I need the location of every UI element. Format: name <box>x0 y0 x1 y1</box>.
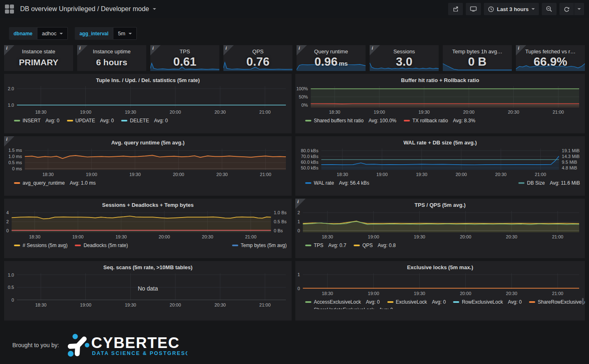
legend-item[interactable]: WAL rateAvg: 56.4 kBs <box>305 180 369 186</box>
legend-item[interactable]: avg_query_runtimeAvg: 1.0 ms <box>14 180 96 186</box>
zoom-out-icon <box>546 6 552 12</box>
variable-dbname-value[interactable]: adhoc <box>37 27 68 40</box>
cycle-view-mode-button[interactable] <box>466 3 481 15</box>
svg-text:2.0: 2.0 <box>8 86 14 91</box>
svg-text:20:30: 20:30 <box>508 110 520 114</box>
legend-series-color <box>121 120 127 121</box>
grafana-dashboards-icon[interactable] <box>5 5 14 14</box>
cybertec-wordmark: CYBERTEC <box>91 334 180 351</box>
legend-series-label: QPS <box>362 243 373 248</box>
zoom-out-time-button[interactable] <box>542 3 557 15</box>
legend-series-color <box>305 120 311 121</box>
cybertec-logo-icon <box>68 334 90 357</box>
legend-item[interactable]: ShareUpdateExclusiveLockAvg: 0 <box>305 307 393 309</box>
legend-series-color <box>305 309 311 309</box>
stat-title[interactable]: Tuples fetched vs r… <box>516 45 585 55</box>
legend-item[interactable]: DELETEAvg: 0 <box>121 118 168 124</box>
panel-title[interactable]: Tuple Ins. / Upd. / Del. statistics (5m … <box>4 74 292 85</box>
legend-item[interactable]: AccessExclusiveLockAvg: 0 <box>305 299 380 305</box>
refresh-interval-dropdown[interactable] <box>574 3 584 15</box>
svg-text:1: 1 <box>297 219 300 224</box>
svg-text:2: 2 <box>297 210 300 215</box>
panel-title[interactable]: Sessions + Deadlocks + Temp bytes <box>4 199 292 210</box>
stat-title[interactable]: Sessions <box>370 45 439 55</box>
legend-series-avg: Avg: 100.0% <box>368 118 396 124</box>
chart-canvas[interactable]: 18:3019:0019:3020:0020:3021:0080.0 kBs70… <box>295 147 585 178</box>
cybertec-tagline: DATA SCIENCE & POSTGRESQL <box>92 350 187 356</box>
panel-title[interactable]: TPS / QPS (5m avg.) <box>295 199 585 210</box>
panel-info-icon[interactable]: i <box>370 45 380 55</box>
stat-title[interactable]: Temp bytes 1h avg… <box>443 45 512 55</box>
legend-series-avg: Avg: 0 <box>154 118 168 124</box>
svg-text:2: 2 <box>6 219 9 224</box>
legend-series-avg: Avg: 0.8 <box>378 243 396 248</box>
chart-canvas[interactable]: 18:3019:0019:3020:0020:3021:002.01.0 <box>4 85 292 115</box>
legend-series-label: TX rollback ratio <box>412 118 448 124</box>
svg-text:60.0 kBs: 60.0 kBs <box>301 160 318 165</box>
panel-info-icon[interactable]: i <box>223 45 234 55</box>
panel-title[interactable]: Seq. scans (5m rate, >10MB tables) <box>4 261 292 272</box>
share-dashboard-button[interactable] <box>448 3 463 15</box>
panel-info-icon[interactable]: i <box>4 45 14 55</box>
legend-item[interactable]: # Sessions (5m avg) <box>14 243 67 248</box>
panel-title[interactable]: Avg. query runtime (5m avg.) <box>4 136 292 147</box>
chart-canvas[interactable]: 18:3019:0019:3020:0020:3021:00100%50%0% <box>295 85 585 115</box>
chart-canvas[interactable]: 18:3019:0019:3020:0020:3021:00210 <box>295 210 585 240</box>
panel-info-icon[interactable]: i <box>4 136 14 147</box>
svg-text:19:30: 19:30 <box>414 291 426 296</box>
chart-canvas[interactable]: 18:3019:0019:3020:0020:3021:0010 <box>295 272 585 297</box>
legend-item[interactable]: INSERTAvg: 0 <box>14 118 60 124</box>
chart-canvas[interactable]: 18:3019:0019:3020:0020:3021:001.5 ms1.0 … <box>4 147 292 178</box>
legend-scrollbar[interactable] <box>582 298 584 305</box>
legend-item[interactable]: UPDATEAvg: 0 <box>67 118 114 124</box>
panel-info-icon[interactable]: i <box>516 45 526 55</box>
stat-title[interactable]: QPS <box>223 45 292 55</box>
legend-item[interactable]: RowExclusiveLockAvg: 0 <box>453 299 522 305</box>
panel-title[interactable]: Exclusive locks (5m max.) <box>295 261 585 272</box>
variable-dbname: dbname adhoc <box>9 27 68 40</box>
panel-info-icon[interactable]: i <box>150 45 161 55</box>
svg-text:50.0 kBs: 50.0 kBs <box>301 165 318 170</box>
svg-text:21:00: 21:00 <box>552 234 564 239</box>
panel-info-icon[interactable]: i <box>295 199 306 209</box>
dashboard-title[interactable]: DB overview Unprivileged / Developer mod… <box>20 5 156 13</box>
svg-text:1.5 ms: 1.5 ms <box>8 148 22 153</box>
svg-text:18:30: 18:30 <box>322 234 333 239</box>
stat-title[interactable]: Query runtime <box>297 45 366 55</box>
stat-panel: iInstance statePRIMARY <box>4 45 73 71</box>
monitor-icon <box>470 6 477 12</box>
legend-item[interactable]: Shared buffers hit ratioAvg: 100.0% <box>305 118 396 124</box>
svg-text:20:30: 20:30 <box>214 302 226 307</box>
chart-canvas[interactable]: No data 18:3019:0019:3020:0020:3021:001.… <box>4 272 292 308</box>
svg-text:1.0 ms: 1.0 ms <box>8 154 22 159</box>
legend-item[interactable]: Temp bytes (5m avg) <box>232 243 287 248</box>
svg-text:14.3 MiB: 14.3 MiB <box>562 154 580 159</box>
panel-info-icon[interactable]: i <box>77 45 87 55</box>
panel-sessions-deadlocks-temp: Sessions + Deadlocks + Temp bytes 18:301… <box>4 199 292 258</box>
stat-title[interactable]: TPS <box>150 45 219 55</box>
time-range-picker[interactable]: Last 3 hours <box>484 3 539 15</box>
legend-item[interactable]: Deadlocks (5m rate) <box>75 243 128 248</box>
chart-legend: WAL rateAvg: 56.4 kBsDB SizeAvg: 11.6 Mi… <box>295 178 585 187</box>
legend-item[interactable]: ExclusiveLockAvg: 0 <box>387 299 446 305</box>
legend-item[interactable]: QPSAvg: 0.8 <box>354 243 396 248</box>
top-navbar: DB overview Unprivileged / Developer mod… <box>0 0 589 18</box>
stat-title[interactable]: Instance uptime <box>77 45 146 55</box>
panel-info-icon[interactable]: i <box>297 45 307 55</box>
legend-item[interactable]: TPSAvg: 0.7 <box>305 243 346 248</box>
svg-text:20:00: 20:00 <box>159 234 170 239</box>
stat-title[interactable]: Instance state <box>4 45 73 55</box>
panel-title[interactable]: Buffer hit ratio + Rollback ratio <box>295 74 585 85</box>
legend-item[interactable]: ShareRowExclusiveLockAvg: 0 <box>529 299 585 305</box>
chart-canvas[interactable]: 18:3019:0019:3020:0020:3021:004201.0 Bs0… <box>4 210 292 240</box>
svg-text:4.8 MiB: 4.8 MiB <box>562 165 577 170</box>
refresh-button[interactable] <box>559 3 574 15</box>
svg-text:0: 0 <box>297 228 300 233</box>
stat-panel: iSessions3.0 <box>370 45 439 71</box>
svg-text:0 ms: 0 ms <box>12 166 22 171</box>
variable-agg-interval-value[interactable]: 5m <box>113 27 137 40</box>
legend-item[interactable]: TX rollback ratioAvg: 8.3% <box>404 118 475 124</box>
panel-title[interactable]: WAL rate + DB size (5m avg.) <box>295 136 585 147</box>
legend-item[interactable]: DB SizeAvg: 11.6 MiB <box>518 180 580 186</box>
svg-text:18:30: 18:30 <box>35 302 47 307</box>
